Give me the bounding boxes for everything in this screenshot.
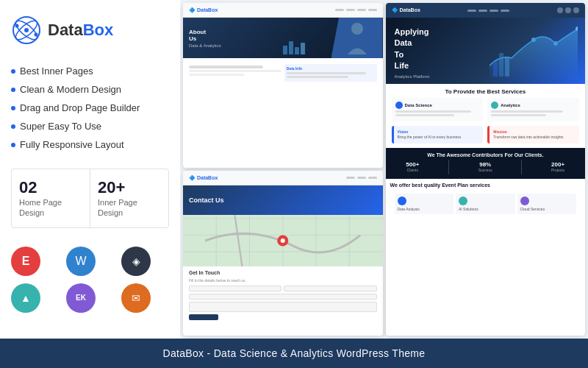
feature-item: Clean & Modern Design bbox=[11, 80, 169, 99]
features-list: Best Inner Pages Clean & Modern Design D… bbox=[11, 62, 169, 154]
left-panel: DataBox Best Inner Pages Clean & Modern … bbox=[0, 0, 180, 339]
svg-point-18 bbox=[281, 238, 285, 243]
svg-point-20 bbox=[553, 41, 558, 46]
stats-row: 02 Home PageDesign 20+ Inner PageDesign bbox=[11, 169, 169, 228]
sc-contact-header: 🔷 DataBox bbox=[183, 171, 383, 185]
feature-item: Fully Responsive Layout bbox=[11, 135, 169, 154]
svg-point-3 bbox=[24, 28, 29, 32]
screenshot-contact: 🔷 DataBox Contact Us bbox=[183, 171, 383, 336]
plugin-icons-grid: E W ◈ ▲ EK ✉ bbox=[11, 247, 169, 313]
sc-map bbox=[183, 215, 383, 266]
logo-text: DataBox bbox=[48, 21, 113, 40]
app-icon: ▲ bbox=[11, 283, 40, 313]
sc-header: 🔷 DataBox bbox=[183, 3, 383, 18]
svg-point-19 bbox=[531, 38, 536, 42]
svg-rect-24 bbox=[505, 57, 509, 77]
box-icon: ◈ bbox=[121, 247, 151, 276]
sc-about-hero: About Us Data & Analytics bbox=[183, 18, 383, 58]
stat-innerpage: 20+ Inner PageDesign bbox=[90, 169, 168, 227]
feature-item: Best Inner Pages bbox=[11, 62, 169, 80]
feature-item: Drag and Drop Page Builder bbox=[11, 99, 169, 117]
screenshot-main-hero: 🔷 DataBox Applying DataTo Life Analytics… bbox=[386, 3, 586, 336]
bottom-bar: DataBox - Data Science & Analytics WordP… bbox=[0, 339, 588, 368]
mail-icon: ✉ bbox=[121, 283, 151, 313]
elementor-icon: E bbox=[11, 247, 40, 276]
stat-homepage: 02 Home PageDesign bbox=[12, 169, 90, 227]
ek-icon: EK bbox=[66, 283, 96, 313]
logo-area: DataBox bbox=[11, 15, 169, 46]
logo-icon bbox=[11, 15, 42, 46]
svg-point-5 bbox=[35, 33, 38, 37]
svg-point-4 bbox=[15, 24, 19, 28]
screenshots-area: 🔷 DataBox About Us Data & Analytics bbox=[180, 0, 588, 339]
svg-rect-23 bbox=[499, 53, 503, 77]
screenshot-about: 🔷 DataBox About Us Data & Analytics bbox=[183, 3, 383, 168]
wordpress-icon: W bbox=[66, 247, 96, 276]
theme-title: DataBox - Data Science & Analytics WordP… bbox=[163, 347, 426, 359]
sc-main-header: 🔷 DataBox bbox=[386, 3, 586, 18]
svg-rect-22 bbox=[493, 62, 498, 77]
feature-item: Super Easy To Use bbox=[11, 117, 169, 135]
svg-point-6 bbox=[351, 23, 363, 35]
